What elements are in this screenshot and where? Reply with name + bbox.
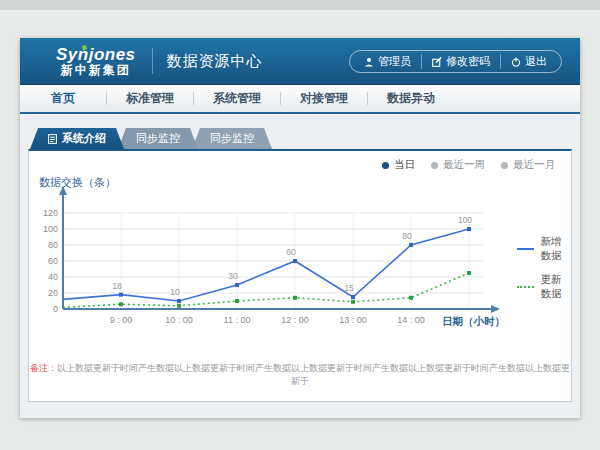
logout-label: 退出 <box>525 54 547 69</box>
user-label: 管理员 <box>378 54 411 69</box>
svg-text:18: 18 <box>112 281 122 291</box>
document-icon <box>48 134 57 144</box>
nav-item-standard-mgmt[interactable]: 标准管理 <box>107 90 193 107</box>
app-window: Synjones 新中新集团 数据资源中心 管理员 修改密码 <box>20 38 580 418</box>
nav-item-interface-mgmt[interactable]: 对接管理 <box>281 90 367 107</box>
svg-text:0: 0 <box>53 304 58 314</box>
svg-text:13 : 00: 13 : 00 <box>339 315 367 325</box>
nav-item-data-change[interactable]: 数据异动 <box>368 90 454 107</box>
filter-today[interactable]: 当日 <box>382 158 415 172</box>
svg-text:100: 100 <box>458 215 472 225</box>
legend-label: 新增数据 <box>540 235 571 263</box>
company-logo: Synjones 新中新集团 <box>56 46 136 76</box>
dotted-line-icon <box>517 286 534 288</box>
svg-text:60: 60 <box>286 247 296 257</box>
logout-button[interactable]: 退出 <box>500 54 557 69</box>
user-toolbar: 管理员 修改密码 退出 <box>349 50 562 73</box>
filter-label: 最近一月 <box>513 158 555 172</box>
svg-text:9 : 00: 9 : 00 <box>110 315 133 325</box>
svg-text:日期（小时）: 日期（小时） <box>442 315 505 328</box>
tab-bar: 系统介绍 同步监控 同步监控 <box>30 128 266 149</box>
legend-update-data: 更新数据 <box>517 273 571 301</box>
legend-new-data: 新增数据 <box>517 235 571 263</box>
main-nav: 首页 标准管理 系统管理 对接管理 数据异动 <box>20 85 580 112</box>
page-title: 数据资源中心 <box>167 52 263 71</box>
footer-note: 备注：以上数据更新于时间产生数据以上数据更新于时间产生数据以上数据更新于时间产生… <box>29 362 571 388</box>
edit-icon <box>432 57 442 67</box>
radio-dot-icon <box>501 162 508 169</box>
line-chart: 0204060801001209 : 0010 : 0011 : 0012 : … <box>37 181 507 331</box>
svg-text:30: 30 <box>228 271 238 281</box>
svg-text:10 : 00: 10 : 00 <box>165 315 193 325</box>
svg-text:10: 10 <box>170 287 180 297</box>
svg-text:40: 40 <box>48 272 58 282</box>
svg-text:80: 80 <box>402 231 412 241</box>
power-icon <box>511 57 521 67</box>
legend-label: 更新数据 <box>540 273 571 301</box>
series-legend: 新增数据 更新数据 <box>517 235 571 301</box>
svg-text:14 : 00: 14 : 00 <box>397 315 425 325</box>
radio-dot-icon <box>431 162 438 169</box>
page: Synjones 新中新集团 数据资源中心 管理员 修改密码 <box>0 0 600 450</box>
tab-label: 同步监控 <box>210 131 254 146</box>
change-password-button[interactable]: 修改密码 <box>421 54 500 69</box>
tab-label: 系统介绍 <box>62 131 106 146</box>
svg-text:60: 60 <box>48 256 58 266</box>
solid-line-icon <box>517 248 534 250</box>
logo-sub-text: 新中新集团 <box>56 64 136 77</box>
note-prefix: 备注： <box>30 363 57 373</box>
tab-label: 同步监控 <box>136 131 180 146</box>
filter-label: 最近一周 <box>443 158 485 172</box>
svg-text:12 : 00: 12 : 00 <box>281 315 309 325</box>
svg-text:120: 120 <box>43 208 58 218</box>
window-chrome-strip <box>0 0 600 10</box>
radio-dot-icon <box>382 162 389 169</box>
app-header: Synjones 新中新集团 数据资源中心 管理员 修改密码 <box>20 38 580 85</box>
nav-item-home[interactable]: 首页 <box>20 90 106 107</box>
content-area: 系统介绍 同步监控 同步监控 当日 最近一周 <box>20 114 580 418</box>
header-divider <box>152 48 153 74</box>
logo-main-text: Synjones <box>56 46 136 64</box>
svg-text:15: 15 <box>344 283 354 293</box>
user-menu[interactable]: 管理员 <box>354 54 421 69</box>
time-range-filters: 当日 最近一周 最近一月 <box>382 158 555 172</box>
filter-last-week[interactable]: 最近一周 <box>431 158 485 172</box>
tab-system-intro[interactable]: 系统介绍 <box>30 128 124 149</box>
note-text: 以上数据更新于时间产生数据以上数据更新于时间产生数据以上数据更新于时间产生数据以… <box>57 363 570 386</box>
chart-panel: 当日 最近一周 最近一月 数据交换（条） 0204060801001209 : … <box>28 149 572 402</box>
filter-label: 当日 <box>394 158 415 172</box>
svg-text:20: 20 <box>48 288 58 298</box>
nav-item-system-mgmt[interactable]: 系统管理 <box>194 90 280 107</box>
change-password-label: 修改密码 <box>446 54 490 69</box>
tab-sync-monitor-2[interactable]: 同步监控 <box>192 128 272 149</box>
tab-sync-monitor-1[interactable]: 同步监控 <box>118 128 198 149</box>
filter-last-month[interactable]: 最近一月 <box>501 158 555 172</box>
user-icon <box>364 57 374 67</box>
svg-text:11 : 00: 11 : 00 <box>224 315 251 325</box>
svg-text:80: 80 <box>48 240 58 250</box>
svg-text:100: 100 <box>43 224 58 234</box>
